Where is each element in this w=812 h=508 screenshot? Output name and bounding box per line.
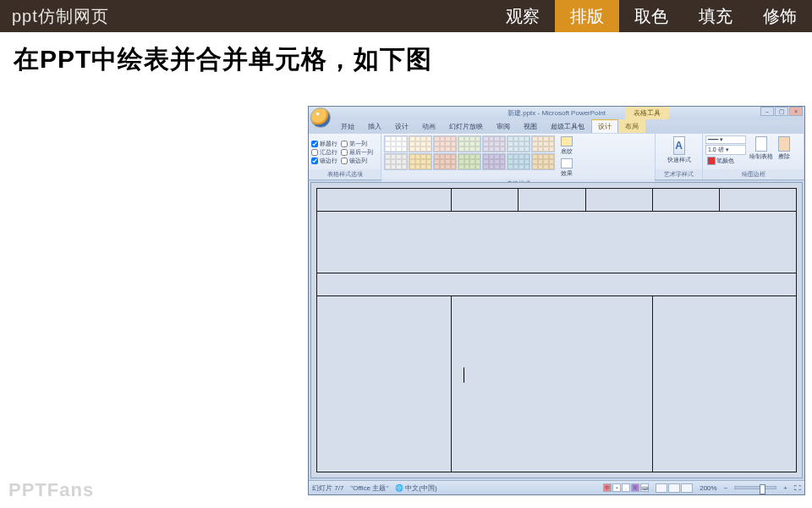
check-first-col[interactable]: 第一列 <box>341 140 367 148</box>
tab-decorate[interactable]: 修饰 <box>748 0 812 32</box>
draw-table-button[interactable]: 绘制表格 <box>748 135 775 162</box>
ribbon-tab-slideshow[interactable]: 幻灯片放映 <box>442 119 490 133</box>
status-bar: 幻灯片 7/7 "Office 主题" 🌐 中文(中国) 中•,简⌨ 200% … <box>309 480 804 494</box>
status-theme: "Office 主题" <box>350 483 388 493</box>
ribbon-tab-table-design[interactable]: 设计 <box>591 119 618 133</box>
window-controls: – ▢ × <box>760 107 803 116</box>
table-cell[interactable] <box>317 189 452 212</box>
table-merged-cell[interactable] <box>317 273 797 296</box>
table-cell[interactable] <box>451 189 518 212</box>
group-label-options: 表格样式选项 <box>309 169 381 179</box>
tab-fill[interactable]: 填充 <box>683 0 748 32</box>
office-button-icon[interactable] <box>310 108 331 128</box>
table-merged-cell[interactable] <box>317 211 797 273</box>
tab-layout[interactable]: 排版 <box>555 0 619 32</box>
slide-topbar: ppt仿制网页 观察 排版 取色 填充 修饰 <box>0 0 812 32</box>
text-cursor-icon <box>464 367 464 383</box>
table-cell[interactable] <box>720 189 797 212</box>
tab-observe[interactable]: 观察 <box>491 0 555 32</box>
ribbon-tab-super[interactable]: 超级工具包 <box>544 119 591 133</box>
ribbon-tab-review[interactable]: 审阅 <box>490 119 517 133</box>
ribbon: 标题行 第一列 汇总行 最后一列 镶边行 镶边列 表格样式选项 <box>309 133 804 180</box>
window-titlebar: 新建.pptx - Microsoft PowerPoint 表格工具 – ▢ … <box>309 107 804 119</box>
group-label-borders: 绘图边框 <box>703 169 804 179</box>
table-cell[interactable] <box>585 189 652 212</box>
slide-tabs: 观察 排版 取色 填充 修饰 <box>491 0 812 32</box>
maximize-button[interactable]: ▢ <box>775 107 788 116</box>
instruction-heading: 在PPT中绘表并合并单元格，如下图 <box>0 32 812 84</box>
group-label-wordart: 艺术字样式 <box>656 169 702 179</box>
ribbon-group-borders: ━━━ ▾ 1.0 磅 ▾ 笔颜色 绘制表格 擦除 绘图边框 <box>703 134 804 179</box>
effects-button[interactable]: 效果 <box>559 157 574 179</box>
check-header-row[interactable]: 标题行 <box>311 140 337 148</box>
slide-canvas[interactable] <box>310 182 803 478</box>
table-merged-cell[interactable] <box>451 296 652 472</box>
ribbon-tab-insert[interactable]: 插入 <box>361 119 388 133</box>
eraser-button[interactable]: 擦除 <box>776 135 792 162</box>
slide-table[interactable] <box>316 188 797 472</box>
powerpoint-window: 新建.pptx - Microsoft PowerPoint 表格工具 – ▢ … <box>308 106 805 495</box>
slide-title: ppt仿制网页 <box>0 5 491 28</box>
tab-color-pick[interactable]: 取色 <box>619 0 683 32</box>
status-language: 🌐 中文(中国) <box>395 483 437 493</box>
ribbon-group-wordart: A 快速样式 艺术字样式 <box>656 134 703 179</box>
check-banded-col[interactable]: 镶边列 <box>341 157 367 165</box>
table-cell[interactable] <box>652 189 719 212</box>
ribbon-tab-row: 开始 插入 设计 动画 幻灯片放映 审阅 视图 超级工具包 设计 布局 <box>309 119 804 133</box>
check-banded-row[interactable]: 镶边行 <box>311 157 337 165</box>
pen-style-select[interactable]: ━━━ ▾ <box>705 135 746 144</box>
minimize-button[interactable]: – <box>760 107 774 116</box>
ribbon-group-styles: 底纹 效果 表格样式 <box>381 134 656 179</box>
table-merged-cell[interactable] <box>652 296 796 472</box>
fit-window-button[interactable]: ⛶ <box>794 484 801 492</box>
check-last-col[interactable]: 最后一列 <box>341 148 373 157</box>
zoom-level[interactable]: 200% <box>700 484 716 492</box>
contextual-tab-title: 表格工具 <box>625 107 669 119</box>
quick-style-button[interactable]: A 快速样式 <box>666 135 693 165</box>
view-mode-buttons[interactable] <box>656 483 693 493</box>
pen-color-button[interactable]: 笔颜色 <box>705 156 746 166</box>
ime-icons[interactable]: 中•,简⌨ <box>603 483 649 492</box>
ribbon-tab-home[interactable]: 开始 <box>334 119 361 133</box>
ribbon-tab-view[interactable]: 视图 <box>517 119 544 133</box>
zoom-slider[interactable] <box>734 486 776 489</box>
pen-weight-select[interactable]: 1.0 磅 ▾ <box>705 145 746 155</box>
ribbon-tab-anim[interactable]: 动画 <box>415 119 442 133</box>
window-title-text: 新建.pptx - Microsoft PowerPoint <box>508 108 606 118</box>
check-total-row[interactable]: 汇总行 <box>311 148 337 157</box>
zoom-out-button[interactable]: − <box>724 484 728 492</box>
status-slide-number: 幻灯片 7/7 <box>312 483 343 493</box>
ribbon-group-options: 标题行 第一列 汇总行 最后一列 镶边行 镶边列 表格样式选项 <box>309 134 381 179</box>
ribbon-tab-table-layout[interactable]: 布局 <box>618 119 645 133</box>
table-cell[interactable] <box>317 296 452 472</box>
close-button[interactable]: × <box>789 107 803 116</box>
zoom-in-button[interactable]: + <box>783 484 787 492</box>
table-cell[interactable] <box>518 189 585 212</box>
shading-button[interactable]: 底纹 <box>559 135 574 157</box>
table-style-gallery[interactable] <box>384 135 555 170</box>
watermark: PPTFans <box>8 479 94 501</box>
ribbon-tab-design[interactable]: 设计 <box>388 119 415 133</box>
